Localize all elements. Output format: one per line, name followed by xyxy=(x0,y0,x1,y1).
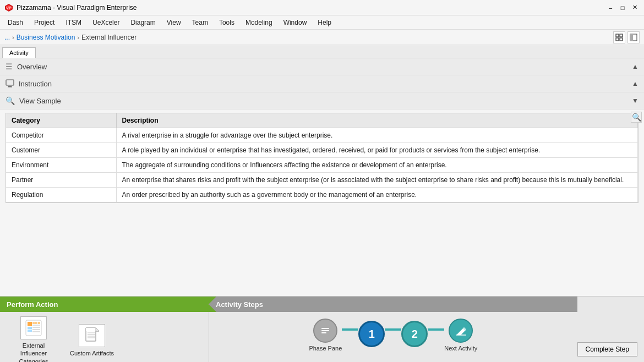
menu-project[interactable]: Project xyxy=(29,17,60,28)
table-cell-category: Customer xyxy=(6,143,116,158)
table-cell-category: Environment xyxy=(6,158,116,173)
app-title: Pizzamama - Visual Paradigm Enterprise xyxy=(17,4,137,12)
svg-rect-32 xyxy=(321,328,329,329)
menu-window[interactable]: Window xyxy=(278,17,313,28)
step-connector-3 xyxy=(428,328,444,331)
overview-arrow: ▲ xyxy=(632,63,638,70)
table-container: Category Description CompetitorA rival e… xyxy=(6,113,638,203)
svg-rect-34 xyxy=(321,332,326,333)
table-cell-description: A role played by an individual or enterp… xyxy=(116,143,638,158)
table-cell-category: Competitor xyxy=(6,128,116,143)
complete-step-button[interactable]: Complete Step xyxy=(577,342,637,356)
svg-rect-9 xyxy=(6,80,14,85)
svg-rect-4 xyxy=(620,34,623,37)
instruction-label: Instruction xyxy=(19,80,52,88)
table-cell-description: An order prescribed by an authority such… xyxy=(116,188,638,202)
menu-itsm[interactable]: ITSM xyxy=(60,17,87,28)
bottom-area: Perform Action xyxy=(0,296,644,362)
menu-help[interactable]: Help xyxy=(312,17,337,28)
menu-modeling[interactable]: Modeling xyxy=(240,17,278,28)
steps-content: Phase Pane 1 2 xyxy=(220,312,566,358)
tab-activity[interactable]: Activity xyxy=(2,47,36,58)
breadcrumb-ellipsis[interactable]: ... xyxy=(4,34,10,41)
step-phase-pane[interactable]: Phase Pane xyxy=(309,319,342,352)
view-sample-header[interactable]: 🔍 View Sample ▼ xyxy=(0,92,644,109)
svg-rect-14 xyxy=(28,327,32,329)
breadcrumb-grid-button[interactable] xyxy=(613,31,625,43)
overview-label: Overview xyxy=(17,63,47,71)
menu-dash[interactable]: Dash xyxy=(2,17,29,28)
phase-pane-step-icon xyxy=(319,324,332,337)
svg-rect-11 xyxy=(8,86,12,87)
menu-view[interactable]: View xyxy=(161,17,187,28)
zoom-icon[interactable]: 🔍 xyxy=(631,112,642,123)
menu-diagram[interactable]: Diagram xyxy=(125,17,161,28)
custom-artifacts-label: Custom Artifacts xyxy=(70,349,114,357)
svg-rect-21 xyxy=(32,329,40,330)
breadcrumb-sep-1: › xyxy=(12,34,14,41)
menu-uexceler[interactable]: UeXceler xyxy=(87,17,125,28)
maximize-button[interactable]: □ xyxy=(618,3,627,13)
step-circle-1: 1 xyxy=(358,321,385,347)
svg-rect-13 xyxy=(28,322,32,326)
table-row: RegulationAn order prescribed by an auth… xyxy=(6,188,638,202)
step-connector-2 xyxy=(385,328,401,331)
table-scroll-area[interactable]: Category Description CompetitorA rival e… xyxy=(0,109,644,206)
panel-icon xyxy=(630,34,637,41)
overview-icon: ☰ xyxy=(6,62,13,71)
custom-artifacts-icon xyxy=(83,327,101,344)
action-external-influencer[interactable]: External Influencer Categories xyxy=(9,316,58,362)
overview-header[interactable]: ☰ Overview ▲ xyxy=(0,58,644,75)
step-1[interactable]: 1 xyxy=(358,321,385,349)
table-cell-category: Regulation xyxy=(6,188,116,202)
svg-marker-30 xyxy=(96,328,99,331)
monitor-icon xyxy=(6,79,14,87)
step-next-activity[interactable]: Next Activity xyxy=(444,319,477,352)
svg-rect-20 xyxy=(32,327,40,328)
app-icon: VP xyxy=(4,3,13,12)
breadcrumb-business-motivation[interactable]: Business Motivation xyxy=(17,34,75,41)
overview-section: ☰ Overview ▲ xyxy=(0,58,644,75)
col-header-category: Category xyxy=(6,113,116,128)
external-influencer-label: External Influencer Categories xyxy=(9,342,58,362)
step-connector-1 xyxy=(342,328,358,331)
step-circle-2: 2 xyxy=(401,321,428,347)
breadcrumb-panel-button[interactable] xyxy=(627,31,640,43)
close-button[interactable]: ✕ xyxy=(630,3,640,13)
svg-rect-22 xyxy=(32,331,40,332)
menu-bar: Dash Project ITSM UeXceler Diagram View … xyxy=(0,15,644,30)
svg-text:VP: VP xyxy=(6,6,12,10)
view-sample-section: 🔍 View Sample ▼ xyxy=(0,92,644,109)
menu-tools[interactable]: Tools xyxy=(214,17,240,28)
action-custom-artifacts[interactable]: Custom Artifacts xyxy=(67,324,117,357)
svg-rect-17 xyxy=(35,322,37,324)
perform-action-panel: Perform Action xyxy=(0,297,209,362)
svg-rect-15 xyxy=(28,330,32,332)
svg-rect-19 xyxy=(32,325,40,326)
instruction-section: Instruction ▲ xyxy=(0,75,644,92)
menu-team[interactable]: Team xyxy=(187,17,214,28)
step-circle-phase xyxy=(313,319,337,343)
breadcrumb-bar: ... › Business Motivation › External Inf… xyxy=(0,30,644,45)
instruction-arrow: ▲ xyxy=(632,80,638,87)
svg-rect-33 xyxy=(321,330,329,331)
custom-artifacts-icon-box xyxy=(79,324,105,347)
complete-step-area: Complete Step xyxy=(577,297,644,362)
table-cell-description: A rival enterprise in a struggle for adv… xyxy=(116,128,638,143)
main-content: ☰ Overview ▲ Instruction ▲ xyxy=(0,58,644,296)
external-influencer-icon xyxy=(25,319,42,337)
activity-steps-panel: Activity Steps Phase Pane 1 xyxy=(209,297,577,362)
minimize-button[interactable]: – xyxy=(605,3,615,13)
perform-action-content: External Influencer Categories Cus xyxy=(0,312,209,362)
svg-rect-18 xyxy=(38,322,40,324)
step-2[interactable]: 2 xyxy=(401,321,428,349)
title-bar: VP Pizzamama - Visual Paradigm Enterpris… xyxy=(0,0,644,15)
svg-rect-8 xyxy=(630,34,633,41)
next-activity-icon xyxy=(454,324,467,337)
view-sample-label: View Sample xyxy=(19,97,61,105)
table-cell-description: The aggregate of surrounding conditions … xyxy=(116,158,638,173)
svg-rect-10 xyxy=(8,86,12,87)
window-controls[interactable]: – □ ✕ xyxy=(605,3,640,13)
instruction-header[interactable]: Instruction ▲ xyxy=(0,75,644,92)
activity-steps-header: Activity Steps xyxy=(209,297,577,312)
